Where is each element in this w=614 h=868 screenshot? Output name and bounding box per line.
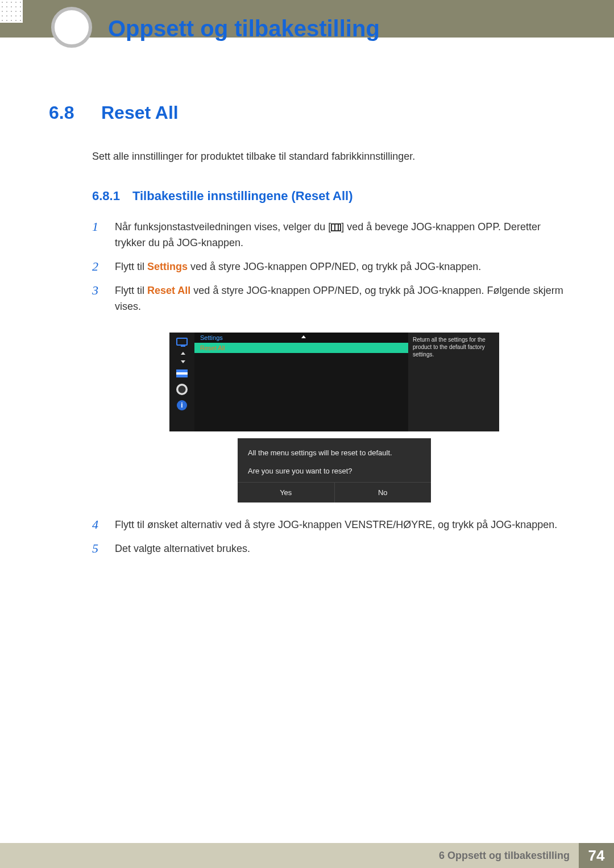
- page-content: 6.8 Reset All Sett alle innstillinger fo…: [49, 102, 565, 565]
- footer-chapter-label: 6 Oppsett og tilbakestilling: [430, 843, 579, 868]
- monitor-icon: [175, 336, 189, 347]
- section-number: 6.8: [49, 102, 82, 123]
- subsection-heading: 6.8.1 Tilbakestille innstillingene (Rese…: [92, 189, 565, 203]
- menu-icon: [331, 223, 341, 231]
- step-number: 2: [92, 259, 105, 275]
- size-arrows-icon: [175, 352, 189, 363]
- section-intro: Sett alle innstillinger for produktet ti…: [92, 151, 565, 163]
- step-text: Flytt til Reset All ved å styre JOG-knap…: [115, 283, 565, 315]
- osd-figure-row: i Settings Reset All Return all the sett…: [92, 322, 565, 509]
- step-list: 1 Når funksjonstastveiledningen vises, v…: [92, 219, 565, 557]
- osd-main: Settings Reset All: [194, 333, 408, 431]
- osd-screenshot: i Settings Reset All Return all the sett…: [169, 333, 499, 431]
- dialog-yes-button[interactable]: Yes: [238, 483, 334, 502]
- step-text: Det valgte alternativet brukes.: [115, 541, 250, 557]
- osd-sidebar: i: [169, 333, 194, 431]
- subsection-number: 6.8.1: [92, 189, 120, 203]
- chapter-title: Oppsett og tilbakestilling: [108, 16, 380, 41]
- step-5: 5 Det valgte alternativet brukes.: [92, 541, 565, 557]
- osd-breadcrumb-text: Settings: [200, 334, 223, 341]
- highlight-settings: Settings: [147, 261, 188, 272]
- dialog-question: Are you sure you want to reset?: [248, 466, 421, 477]
- dialog-body: All the menu settings will be reset to d…: [238, 438, 431, 482]
- gear-icon: [175, 384, 189, 395]
- subsection-title: Tilbakestille innstillingene (Reset All): [132, 189, 353, 203]
- corner-dot-pattern: [0, 0, 23, 23]
- step-fragment: Når funksjonstastveiledningen vises, vel…: [115, 221, 331, 232]
- section-heading: 6.8 Reset All: [49, 102, 565, 123]
- footer-page-number: 74: [579, 843, 614, 868]
- step-number: 3: [92, 283, 105, 315]
- dialog-buttons: Yes No: [238, 482, 431, 502]
- step-3: 3 Flytt til Reset All ved å styre JOG-kn…: [92, 283, 565, 315]
- step-number: 5: [92, 541, 105, 557]
- step-text: Flytt til ønsket alternativ ved å styre …: [115, 517, 557, 533]
- info-icon: i: [175, 400, 189, 411]
- osd-breadcrumb: Settings: [194, 333, 408, 343]
- chapter-badge-icon: [51, 7, 92, 48]
- confirm-dialog: All the menu settings will be reset to d…: [238, 438, 431, 502]
- dialog-message: All the menu settings will be reset to d…: [248, 447, 421, 459]
- step-fragment: ved å styre JOG-knappen OPP/NED, og tryk…: [188, 261, 481, 272]
- page-footer: 6 Oppsett og tilbakestilling 74: [0, 843, 614, 868]
- step-text: Når funksjonstastveiledningen vises, vel…: [115, 219, 565, 251]
- section-title: Reset All: [101, 102, 179, 123]
- step-number: 4: [92, 517, 105, 533]
- step-1: 1 Når funksjonstastveiledningen vises, v…: [92, 219, 565, 251]
- osd-window: i Settings Reset All Return all the sett…: [169, 333, 499, 431]
- caret-up-icon: [301, 335, 306, 338]
- osd-selected-item: Reset All: [194, 343, 408, 353]
- step-4: 4 Flytt til ønsket alternativ ved å styr…: [92, 517, 565, 533]
- osd-empty-area: [194, 353, 408, 431]
- list-icon: [175, 368, 189, 379]
- step-2: 2 Flytt til Settings ved å styre JOG-kna…: [92, 259, 565, 275]
- figures: i Settings Reset All Return all the sett…: [115, 322, 499, 509]
- step-text: Flytt til Settings ved å styre JOG-knapp…: [115, 259, 481, 275]
- step-fragment: Flytt til: [115, 285, 147, 296]
- step-number-spacer: [92, 322, 105, 509]
- osd-help-panel: Return all the settings for the product …: [408, 333, 499, 431]
- step-fragment: Flytt til: [115, 261, 147, 272]
- step-number: 1: [92, 219, 105, 251]
- dialog-no-button[interactable]: No: [334, 483, 432, 502]
- highlight-reset-all: Reset All: [147, 285, 190, 296]
